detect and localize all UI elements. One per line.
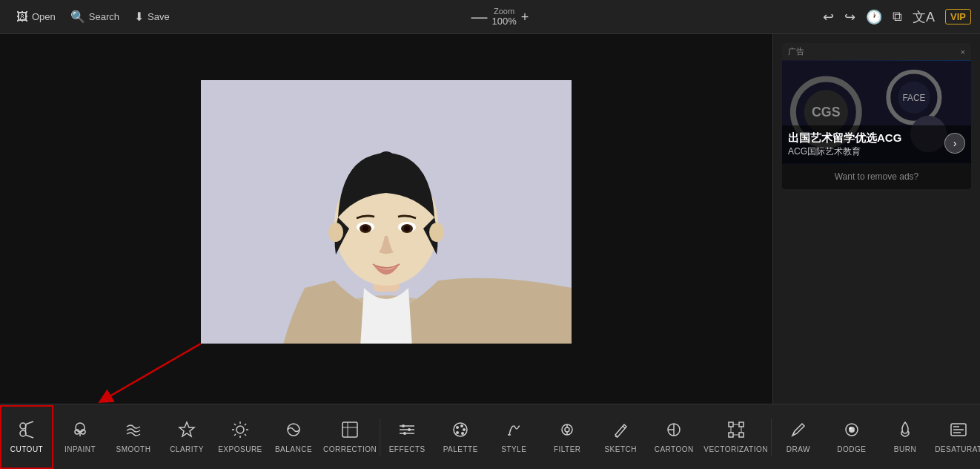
zoom-value: 100%: [491, 16, 516, 27]
svg-text:CGS: CGS: [812, 105, 841, 119]
tool-vectorization[interactable]: VECTORIZATION: [701, 405, 771, 469]
cutout-label: CUTOUT: [10, 445, 43, 453]
cutout-icon: [17, 420, 36, 442]
palette-label: PALETTE: [443, 445, 478, 453]
filter-label: FILTER: [554, 445, 581, 453]
svg-point-47: [408, 428, 411, 431]
main-content: 广告 × CGS FACE: [0, 34, 980, 404]
dodge-icon: [842, 420, 861, 442]
smooth-label: SMOOTH: [116, 445, 151, 453]
ad-overlay-text: 出国艺术留学优选ACG ACG国际艺术教育: [782, 125, 971, 164]
ad-label: 广告: [788, 46, 804, 57]
ad-header: 广告 ×: [782, 43, 971, 60]
dodge-label: DODGE: [837, 445, 866, 453]
ad-image-area: CGS FACE 出国艺术留学优选ACG ACG国际艺术教育 ›: [782, 60, 971, 164]
vectorization-label: VECTORIZATION: [703, 445, 768, 453]
svg-line-60: [615, 436, 618, 437]
balance-label: BALANCE: [275, 445, 312, 453]
tool-palette[interactable]: PALETTE: [434, 405, 487, 469]
right-panel: 广告 × CGS FACE: [772, 34, 980, 404]
tool-smooth[interactable]: SMOOTH: [107, 405, 160, 469]
inpaint-label: INPAINT: [64, 445, 96, 453]
tool-cutout[interactable]: CUTOUT: [0, 405, 53, 469]
draw-label: DRAW: [787, 445, 810, 453]
right-toolbar-icons: ↩ ↪ 🕐 ⧉ 文A VIP: [823, 8, 971, 26]
tool-sketch[interactable]: SKETCH: [594, 405, 647, 469]
history-button[interactable]: 🕐: [866, 9, 882, 25]
palette-icon: [451, 420, 470, 442]
tool-draw[interactable]: DRAW: [772, 405, 825, 469]
language-button[interactable]: 文A: [913, 8, 935, 26]
portrait-image: [201, 80, 572, 344]
ad-arrow-button[interactable]: ›: [944, 133, 965, 154]
svg-line-36: [245, 434, 246, 436]
clarity-label: CLARITY: [170, 445, 204, 453]
correction-icon: [340, 420, 360, 442]
svg-text:FACE: FACE: [902, 93, 925, 103]
svg-marker-29: [179, 422, 194, 436]
tool-desaturat[interactable]: DESATURAT: [932, 405, 980, 469]
tool-clarity[interactable]: CLARITY: [160, 405, 213, 469]
svg-point-6: [429, 223, 444, 242]
bottom-toolbar: CUTOUT INPAINT SMOOTH CLARITY EXPOSURE B…: [0, 404, 980, 469]
redo-button[interactable]: ↪: [844, 9, 855, 25]
svg-point-48: [403, 432, 406, 435]
svg-point-52: [463, 428, 466, 431]
search-icon: 🔍: [70, 10, 85, 24]
ad-banner: 广告 × CGS FACE: [782, 43, 971, 189]
svg-line-38: [234, 434, 236, 436]
svg-line-23: [25, 422, 33, 424]
zoom-in-button[interactable]: +: [521, 10, 529, 24]
balance-icon: [284, 420, 303, 442]
undo-button[interactable]: ↩: [823, 9, 834, 25]
svg-rect-40: [342, 422, 357, 437]
search-button[interactable]: 🔍 Search: [63, 7, 127, 27]
desaturat-icon: [949, 420, 968, 442]
burn-icon: [895, 420, 915, 442]
svg-rect-64: [729, 422, 733, 427]
save-icon: ⬇: [134, 10, 144, 24]
open-button[interactable]: 🖼 Open: [9, 7, 63, 27]
svg-point-46: [402, 424, 405, 427]
tool-balance[interactable]: BALANCE: [267, 405, 320, 469]
tool-burn[interactable]: BURN: [878, 405, 932, 469]
filter-icon: [557, 420, 577, 442]
vip-badge[interactable]: VIP: [945, 9, 971, 24]
vectorization-icon: [726, 420, 746, 442]
tool-dodge[interactable]: DODGE: [825, 405, 878, 469]
ad-close-button[interactable]: ×: [961, 47, 965, 56]
tool-inpaint[interactable]: INPAINT: [53, 405, 107, 469]
svg-point-50: [456, 426, 459, 429]
svg-rect-65: [739, 422, 744, 427]
svg-point-53: [461, 432, 464, 435]
svg-point-54: [456, 431, 459, 434]
svg-point-30: [236, 426, 244, 433]
tool-correction[interactable]: CORRECTION: [320, 405, 380, 469]
tool-effects[interactable]: EFFECTS: [380, 405, 434, 469]
svg-rect-66: [729, 433, 733, 437]
save-button[interactable]: ⬇ Save: [127, 7, 177, 27]
tool-exposure[interactable]: EXPOSURE: [213, 405, 267, 469]
arrow-annotation: [82, 336, 216, 404]
svg-point-5: [328, 223, 343, 242]
svg-point-11: [362, 226, 368, 232]
style-icon: [504, 420, 523, 442]
svg-point-12: [404, 226, 410, 232]
portrait-svg: [201, 80, 572, 344]
tool-filter[interactable]: FILTER: [540, 405, 594, 469]
top-toolbar: 🖼 Open 🔍 Search ⬇ Save — Zoom 100% + ↩ ↪…: [0, 0, 980, 34]
tool-style[interactable]: STYLE: [487, 405, 540, 469]
image-container: [201, 80, 572, 344]
svg-point-75: [849, 427, 851, 430]
sketch-label: SKETCH: [604, 445, 637, 453]
exposure-label: EXPOSURE: [218, 445, 262, 453]
ad-remove-button[interactable]: Want to remove ads?: [782, 164, 971, 189]
canvas-area: [0, 34, 772, 404]
svg-line-0: [105, 344, 201, 399]
zoom-label: Zoom: [494, 7, 514, 16]
smooth-icon: [124, 420, 143, 442]
zoom-out-button[interactable]: —: [471, 7, 487, 27]
style-label: STYLE: [501, 445, 526, 453]
tool-cartoon[interactable]: CARTOON: [647, 405, 701, 469]
layers-button[interactable]: ⧉: [893, 9, 902, 24]
